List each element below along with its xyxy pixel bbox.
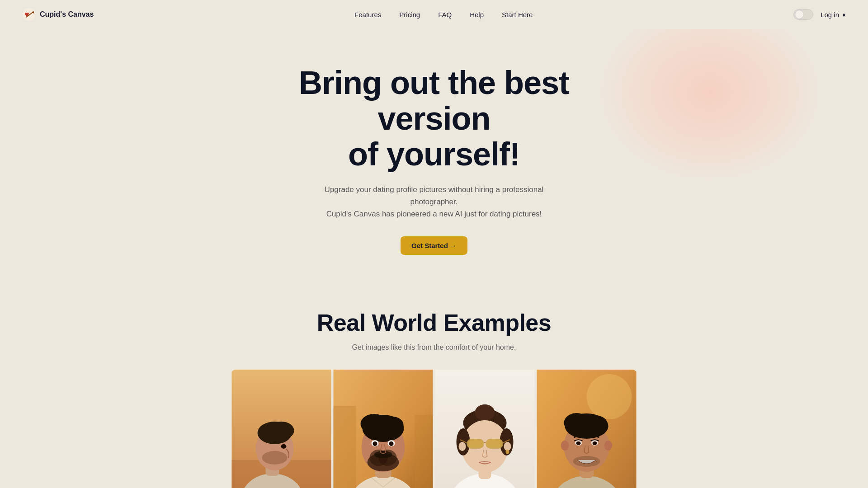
hero-title-line1: Bring out the best version [299, 65, 569, 136]
svg-point-12 [281, 444, 287, 449]
nav-links: Features Pricing FAQ Help Start Here [354, 11, 533, 19]
svg-point-35 [475, 404, 495, 421]
brand-icon: ♥ [22, 7, 36, 22]
theme-toggle-circle [795, 10, 804, 19]
hero-section: Bring out the best version of yourself! … [0, 29, 868, 282]
examples-subtitle: Get images like this from the comfort of… [9, 343, 859, 352]
svg-point-46 [459, 442, 466, 451]
svg-point-56 [586, 416, 608, 432]
examples-section: Real World Examples Get images like this… [0, 282, 868, 488]
hero-subtitle: Upgrade your dating profile pictures wit… [316, 183, 552, 221]
svg-point-63 [573, 456, 600, 467]
svg-point-29 [389, 441, 394, 446]
login-button[interactable]: Log in ⬧ [821, 10, 846, 19]
svg-point-61 [576, 441, 581, 445]
nav-features[interactable]: Features [354, 11, 381, 19]
svg-rect-45 [487, 440, 502, 448]
svg-point-25 [374, 451, 392, 458]
nav-help[interactable]: Help [470, 11, 484, 19]
nav-start-here[interactable]: Start Here [502, 11, 533, 19]
svg-point-50 [587, 374, 632, 419]
svg-point-55 [564, 413, 590, 433]
hero-subtitle-line1: Upgrade your dating profile pictures wit… [325, 185, 544, 206]
hero-title-line2: of yourself! [348, 136, 520, 172]
examples-title: Real World Examples [9, 309, 859, 336]
navbar: ♥ Cupid's Canvas Features Pricing FAQ He… [0, 0, 868, 29]
example-card-1 [231, 370, 332, 488]
photo-1 [231, 370, 332, 488]
example-card-3 [434, 370, 536, 488]
svg-point-21 [381, 417, 404, 433]
nav-pricing[interactable]: Pricing [399, 11, 420, 19]
svg-point-62 [593, 441, 597, 445]
hero-subtitle-line2: Cupid's Canvas has pioneered a new AI ju… [326, 210, 542, 218]
theme-toggle[interactable] [793, 9, 813, 20]
photo-2 [332, 370, 434, 488]
example-card-4 [536, 370, 637, 488]
navbar-right: Log in ⬧ [793, 9, 846, 20]
svg-point-58 [604, 441, 613, 450]
svg-point-10 [269, 422, 294, 440]
examples-grid [231, 370, 637, 488]
svg-rect-14 [334, 406, 356, 488]
svg-point-48 [506, 450, 509, 454]
photo-3 [434, 370, 536, 488]
example-card-2 [332, 370, 434, 488]
get-started-button[interactable]: Get Started → [401, 236, 467, 255]
svg-text:♥: ♥ [24, 10, 29, 19]
nav-faq[interactable]: FAQ [438, 11, 452, 19]
svg-point-27 [373, 441, 377, 446]
svg-point-11 [262, 451, 288, 465]
hero-title: Bring out the best version of yourself! [276, 65, 592, 173]
login-icon: ⬧ [842, 10, 846, 19]
svg-rect-15 [415, 415, 433, 488]
brand-name: Cupid's Canvas [40, 10, 94, 19]
photo-4 [536, 370, 637, 488]
svg-rect-44 [468, 440, 483, 448]
brand-logo-area[interactable]: ♥ Cupid's Canvas [22, 7, 94, 22]
svg-point-57 [561, 441, 569, 450]
login-label: Log in [821, 11, 839, 19]
